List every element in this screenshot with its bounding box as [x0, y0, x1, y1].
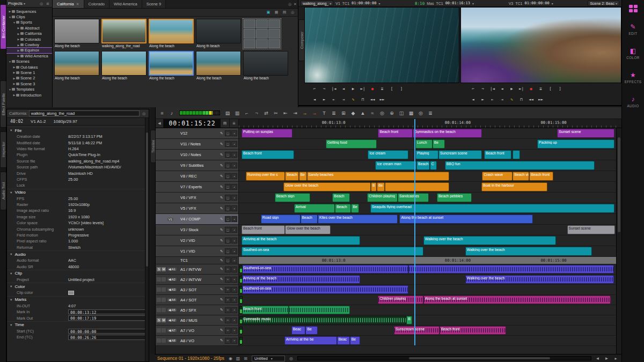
record-toggle[interactable]: ▪ [231, 317, 237, 323]
transport-button[interactable]: ✎ [508, 96, 516, 103]
transport-button[interactable]: |◄ [330, 85, 338, 92]
track-header-a8[interactable]: ◀ A8A8 / VO✎≈▪ [156, 336, 239, 345]
timeline-clip[interactable]: Beach [285, 172, 298, 181]
waveform-toggle[interactable]: ≈ [225, 297, 231, 303]
timeline-clip[interactable]: Be [305, 326, 317, 335]
timeline-clip[interactable]: Kites over the beach [318, 215, 398, 224]
pencil-icon[interactable]: ✎ [219, 328, 224, 333]
inspector-section-video[interactable]: ▼Video [7, 189, 149, 196]
scroll-left-icon[interactable]: ◄ [595, 356, 601, 361]
track-lane-a1[interactable]: Southend-on-sea [239, 264, 616, 274]
record-toggle[interactable]: ▪ [231, 162, 237, 168]
thumbnail-cluster[interactable] [243, 19, 281, 49]
timeline-clip[interactable]: Beac [337, 336, 350, 345]
monitor-toggle[interactable]: ◻ [225, 162, 231, 168]
tree-item-equinox[interactable]: ▶Equinox [6, 48, 52, 53]
track-lane-v8[interactable]: Running over the sBeachBeSandy beachesCr… [239, 171, 616, 181]
track-patch[interactable]: ◀ A1 [167, 268, 180, 271]
transport-button[interactable]: ¬ [320, 85, 328, 92]
timeline-clip[interactable]: Children playing [367, 193, 398, 202]
playhead[interactable] [414, 119, 415, 345]
solo-button[interactable] [157, 277, 161, 282]
workspace-effects[interactable]: ★EFFECTS [622, 71, 644, 84]
monitor-toggle[interactable]: ◻ [225, 227, 231, 233]
transport-button[interactable]: ►► [537, 96, 545, 103]
align-icon[interactable]: ≣ [330, 109, 338, 117]
timeline-clip[interactable]: Arriving at the beach [241, 275, 360, 284]
disclosure-icon[interactable]: ▼ [10, 323, 12, 327]
dock-tab-bin-container[interactable]: Bin Container [0, 4, 6, 49]
track-patch[interactable]: ◀ A4 [167, 298, 180, 301]
inspector-section-file[interactable]: ▼File [7, 127, 149, 134]
timeline-clip[interactable]: Arrival [294, 204, 335, 213]
track-header-a7[interactable]: ◀ A7A7 / VO✎≈▪ [156, 326, 239, 335]
transport-button[interactable]: ◄◄ [528, 96, 535, 103]
grid-toggle-icon[interactable]: ⊞ [243, 356, 248, 361]
transport-button[interactable]: ¬ [479, 85, 487, 92]
timeline-clip[interactable]: Packing up [537, 139, 614, 149]
timeline-clip[interactable]: Glow over the beach [283, 182, 371, 191]
track-header-v5[interactable]: V5 / VFX✎◻▪ [156, 203, 239, 213]
timeline-clip[interactable]: Boat in the harbour [481, 182, 547, 191]
timeline-clip[interactable]: Children playing [378, 295, 423, 304]
monitor-toggle[interactable]: ◻ [225, 216, 231, 222]
mute-button[interactable]: M [162, 267, 166, 271]
track-header-v9[interactable]: V9 / Subtitles✎◻▪ [156, 160, 239, 171]
monitor-toggle[interactable]: ◻ [225, 195, 231, 201]
pencil-icon[interactable]: ✎ [219, 277, 224, 282]
timeline-clip[interactable]: Be [299, 172, 307, 181]
timeline-clip[interactable]: Glow over the beach [285, 225, 330, 234]
tree-item-scene-1[interactable]: ▶Scene 1 [6, 70, 52, 75]
track-patch[interactable]: ◀ A2 [167, 319, 180, 322]
timeline-horizontal-scrollbar[interactable] [297, 356, 591, 360]
tree-item-templates[interactable]: ▼Templates [6, 86, 52, 92]
clip-thumbnail[interactable]: Along the beach [54, 19, 99, 49]
list-view-icon[interactable]: ▤ [282, 10, 287, 14]
track-lane-a5[interactable]: Beach front [239, 305, 616, 315]
transport-button[interactable]: ► [479, 96, 487, 103]
timeline-clip[interactable]: Beach [335, 204, 351, 213]
transport-button[interactable]: ◄ [499, 85, 506, 92]
lift-icon[interactable]: ⇥ [291, 109, 299, 117]
master-timecode[interactable]: 00:01:16:13 [445, 1, 470, 5]
inspector-section-color[interactable]: ▼Color [7, 283, 149, 290]
disclosure-icon[interactable]: ▶ [17, 49, 20, 52]
mark-out-icon[interactable]: ¬ [252, 109, 261, 117]
waveform-toggle[interactable]: ≈ [225, 328, 231, 334]
tree-item-colorado[interactable]: ▶Colorado [6, 36, 52, 42]
timeline-preset-select[interactable]: Untitled ▾ [252, 356, 285, 361]
close-icon[interactable]: ✕ [76, 2, 79, 6]
transport-button[interactable]: |◄ [489, 85, 496, 92]
tree-item-cowboy[interactable]: ▶Cowboy [6, 42, 52, 47]
timeline-clip[interactable]: Be [433, 139, 445, 149]
transport-button[interactable]: ▶ [349, 85, 357, 92]
tree-item-out-takes[interactable]: ▶Out-takes [6, 64, 52, 70]
frame-view-icon[interactable]: ▣ [266, 10, 271, 14]
record-toggle[interactable]: ▪ [231, 184, 237, 190]
disclosure-icon[interactable]: ▼ [12, 21, 16, 24]
disclosure-icon[interactable]: ▼ [10, 129, 12, 132]
pencil-icon[interactable]: ✎ [219, 185, 224, 189]
timeline-clip[interactable]: Crash wave [482, 172, 513, 181]
transport-button[interactable]: [ [388, 85, 396, 92]
scroll-right-icon[interactable]: ► [604, 356, 610, 361]
track-lane-a6[interactable]: Gymnastic musicB [239, 315, 616, 325]
tree-item-scene-3[interactable]: ▶Scene 3 [6, 81, 52, 86]
record-monitor[interactable] [460, 7, 621, 83]
timeline-view-icon[interactable]: ▤ [221, 119, 230, 128]
track-header-v7[interactable]: V7 / Experts✎◻▪ [156, 182, 239, 192]
timeline-clip[interactable]: Beach sign [275, 193, 310, 202]
solo-button[interactable] [157, 287, 161, 292]
property-value[interactable]: 00:00:00:00 [68, 329, 145, 334]
track-patch[interactable]: ◀ A2 [167, 278, 180, 281]
record-toggle[interactable]: ▪ [231, 238, 237, 243]
waveform-icon[interactable]: ≈ [368, 109, 377, 117]
record-toggle[interactable]: ▪ [231, 227, 237, 233]
disclosure-icon[interactable]: ▼ [8, 60, 12, 63]
keyframe-icon[interactable]: ◆ [349, 109, 357, 117]
record-toggle[interactable]: ▪ [231, 338, 237, 344]
clip-thumbnail[interactable]: Along the beach [196, 51, 241, 80]
workspace-audio[interactable]: ♪AUDIO [622, 95, 644, 108]
track-header-a2[interactable]: ◀ A2A2 / INTVW✎≈▪ [156, 275, 239, 284]
track-lane-v5[interactable]: ArrivalBeachBeSeagulls flying overhead [239, 203, 616, 213]
